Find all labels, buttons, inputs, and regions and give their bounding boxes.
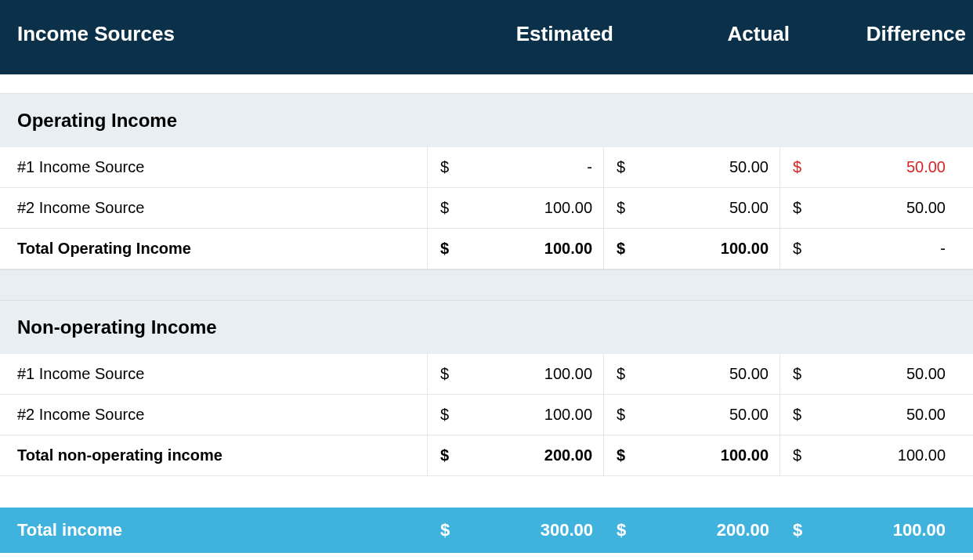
- cell-actual: $200.00: [604, 508, 780, 553]
- spacer: [0, 476, 973, 508]
- cell-actual: $50.00: [604, 395, 780, 435]
- cell-actual: $50.00: [604, 147, 780, 187]
- cell-actual: $100.00: [604, 229, 780, 269]
- header-difference: Difference: [796, 22, 972, 46]
- row-label: Total Operating Income: [0, 229, 428, 269]
- table-row: #2 Income Source $100.00 $50.00 $50.00: [0, 395, 973, 435]
- cell-estimated: $100.00: [428, 354, 604, 394]
- row-label: #1 Income Source: [0, 354, 428, 394]
- section-title-nonoperating: Non-operating Income: [0, 301, 973, 354]
- grand-total-row: Total income $300.00 $200.00 $100.00: [0, 508, 973, 553]
- row-label: #1 Income Source: [0, 147, 428, 187]
- table-row: #2 Income Source $100.00 $50.00 $50.00: [0, 188, 973, 229]
- cell-estimated: $200.00: [428, 435, 604, 475]
- cell-estimated: $300.00: [428, 508, 604, 553]
- row-label: #2 Income Source: [0, 188, 428, 228]
- spacer: [0, 269, 973, 301]
- cell-difference: $50.00: [780, 188, 957, 228]
- table-row: #1 Income Source $- $50.00 $50.00: [0, 147, 973, 188]
- cell-difference: $100.00: [780, 435, 957, 475]
- income-sources-table: { "header": { "title": "Income Sources",…: [0, 0, 973, 553]
- section-title-operating: Operating Income: [0, 94, 973, 147]
- row-label: #2 Income Source: [0, 395, 428, 435]
- cell-difference: $50.00: [780, 354, 957, 394]
- cell-estimated: $100.00: [428, 229, 604, 269]
- cell-estimated: $100.00: [428, 188, 604, 228]
- header-estimated: Estimated: [443, 22, 620, 46]
- table-header: Income Sources Estimated Actual Differen…: [0, 0, 973, 74]
- cell-estimated: $100.00: [428, 395, 604, 435]
- cell-estimated: $-: [428, 147, 604, 187]
- section-total-row: Total non-operating income $200.00 $100.…: [0, 435, 973, 476]
- header-actual: Actual: [620, 22, 796, 46]
- cell-difference: $50.00: [780, 395, 957, 435]
- spacer: [0, 74, 973, 94]
- section-total-row: Total Operating Income $100.00 $100.00 $…: [0, 229, 973, 269]
- cell-difference: $100.00: [780, 508, 957, 553]
- cell-actual: $100.00: [604, 435, 780, 475]
- row-label: Total non-operating income: [0, 435, 428, 475]
- cell-actual: $50.00: [604, 188, 780, 228]
- table-row: #1 Income Source $100.00 $50.00 $50.00: [0, 354, 973, 395]
- cell-difference: $-: [780, 229, 957, 269]
- cell-actual: $50.00: [604, 354, 780, 394]
- header-title: Income Sources: [16, 22, 443, 46]
- grand-total-label: Total income: [0, 520, 428, 540]
- cell-difference: $50.00: [780, 147, 957, 187]
